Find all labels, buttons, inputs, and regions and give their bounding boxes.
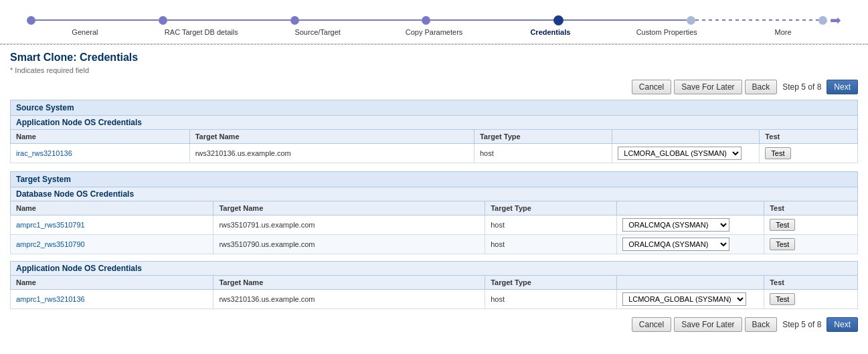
top-cancel-button[interactable]: Cancel <box>632 80 671 94</box>
page-title: Smart Clone: Credentials <box>10 52 858 64</box>
line-5 <box>563 19 687 21</box>
step-credentials <box>553 15 563 25</box>
target-db-credential-dropdown-1[interactable]: ORALCMQA (SYSMAN) <box>622 218 729 232</box>
step-general <box>27 16 35 25</box>
target-app-col-test: Test <box>764 276 858 290</box>
wizard-nodes <box>27 15 827 25</box>
label-custom-props: Custom Properties <box>608 28 725 36</box>
source-col-target-type: Target Type <box>474 130 612 144</box>
main-content: Smart Clone: Credentials * Indicates req… <box>0 45 868 344</box>
target-app-col-name: Name <box>11 276 213 290</box>
line-3 <box>299 19 422 21</box>
bottom-next-button[interactable]: Next <box>827 317 858 332</box>
target-db-cred-header: Database Node OS Credentials <box>10 187 858 201</box>
bottom-back-button[interactable]: Back <box>745 317 778 332</box>
step-circle-credentials <box>553 15 563 25</box>
table-row: amprc1_rws3510791 rws3510791.us.example.… <box>11 215 858 235</box>
source-col-test: Test <box>760 130 858 144</box>
target-db-credential-dropdown-2[interactable]: ORALCMQA (SYSMAN) <box>622 238 729 251</box>
target-app-cred-table: Name Target Name Target Type Test amprc1… <box>10 275 858 309</box>
target-db-row1-target-name: rws3510791.us.example.com <box>213 215 485 235</box>
target-db-row2-target-name: rws3510790.us.example.com <box>213 235 485 254</box>
target-app-col-target-name: Target Name <box>213 276 485 290</box>
target-db-row1-credential: ORALCMQA (SYSMAN) <box>617 215 764 235</box>
table-row: irac_rws3210136 rws3210136.us.example.co… <box>11 144 858 163</box>
target-db-row1-target-type: host <box>485 215 617 235</box>
step-circle-source-target <box>290 16 299 25</box>
label-copy-params: Copy Parameters <box>376 28 493 36</box>
target-app-row1-name: amprc1_rws3210136 <box>11 290 213 309</box>
step-circle-rac <box>159 16 167 25</box>
target-app-credential-dropdown-1[interactable]: LCMORA_GLOBAL (SYSMAN) <box>622 292 746 306</box>
target-app-row1-test: Test <box>764 290 858 309</box>
target-db-cred-table: Name Target Name Target Type Test amprc1… <box>10 201 858 254</box>
target-app-row1-target-name: rws3210136.us.example.com <box>213 290 485 309</box>
label-general: General <box>27 28 143 36</box>
step-rac <box>159 16 167 25</box>
target-db-col-credential <box>617 201 764 215</box>
label-credentials: Credentials <box>492 28 608 36</box>
target-app-col-credential <box>617 276 764 290</box>
wizard-arrow: ➡ <box>830 12 841 28</box>
label-more: More <box>725 28 841 36</box>
table-row: amprc1_rws3210136 rws3210136.us.example.… <box>11 290 858 309</box>
target-db-row2-test: Test <box>764 235 858 254</box>
target-app-row1-credential: LCMORA_GLOBAL (SYSMAN) <box>617 290 764 309</box>
label-rac: RAC Target DB details <box>143 28 260 36</box>
source-app-cred-header: Application Node OS Credentials <box>10 115 858 129</box>
wizard-steps-row: ➡ <box>13 7 855 28</box>
step-more <box>818 16 827 25</box>
bottom-cancel-button[interactable]: Cancel <box>632 317 671 332</box>
top-save-for-later-button[interactable]: Save For Later <box>674 80 742 94</box>
source-cred-table: Name Target Name Target Type Test irac_r… <box>10 129 858 163</box>
step-circle-more <box>818 16 827 25</box>
step-circle-general <box>27 16 35 25</box>
top-back-button[interactable]: Back <box>745 80 778 94</box>
target-system-header: Target System <box>10 171 858 187</box>
source-name-link[interactable]: irac_rws3210136 <box>16 149 72 157</box>
target-db-name-link-1[interactable]: amprc1_rws3510791 <box>16 221 85 229</box>
target-db-test-button-2[interactable]: Test <box>770 238 795 250</box>
source-row-name: irac_rws3210136 <box>11 144 190 163</box>
source-row-target-type: host <box>474 144 612 163</box>
target-app-test-button-1[interactable]: Test <box>770 293 795 305</box>
source-row-target-name: rws3210136.us.example.com <box>189 144 474 163</box>
source-col-credential <box>612 130 760 144</box>
target-db-row2-name: amprc2_rws3510790 <box>11 235 213 254</box>
target-db-header-row: Name Target Name Target Type Test <box>11 201 858 215</box>
target-app-cred-header: Application Node OS Credentials <box>10 261 858 275</box>
target-app-name-link-1[interactable]: amprc1_rws3210136 <box>16 295 85 303</box>
step-custom-props <box>687 16 695 25</box>
top-next-button[interactable]: Next <box>827 80 858 94</box>
source-system-section: Source System Application Node OS Creden… <box>10 100 858 163</box>
target-db-col-target-name: Target Name <box>213 201 485 215</box>
required-note: * Indicates required field <box>10 66 858 74</box>
target-db-row1-test: Test <box>764 215 858 235</box>
bottom-action-bar: Cancel Save For Later Back Step 5 of 8 N… <box>10 317 858 332</box>
target-app-col-target-type: Target Type <box>485 276 617 290</box>
step-copy-params <box>422 16 430 25</box>
source-credential-dropdown[interactable]: LCMORA_GLOBAL (SYSMAN) <box>618 147 742 160</box>
wizard-bar: ➡ General RAC Target DB details Source/T… <box>0 0 868 44</box>
source-col-target-name: Target Name <box>189 130 474 144</box>
target-app-header-row: Name Target Name Target Type Test <box>11 276 858 290</box>
top-action-bar: Cancel Save For Later Back Step 5 of 8 N… <box>10 80 858 94</box>
source-test-button[interactable]: Test <box>765 147 790 159</box>
bottom-step-info: Step 5 of 8 <box>782 320 821 329</box>
line-2 <box>167 19 290 21</box>
step-circle-copy-params <box>422 16 430 25</box>
step-circle-custom-props <box>687 16 695 25</box>
target-db-row1-name: amprc1_rws3510791 <box>11 215 213 235</box>
target-db-test-button-1[interactable]: Test <box>770 219 795 231</box>
step-source-target <box>290 16 299 25</box>
table-row: amprc2_rws3510790 rws3510790.us.example.… <box>11 235 858 254</box>
target-db-col-test: Test <box>764 201 858 215</box>
target-db-row2-credential: ORALCMQA (SYSMAN) <box>617 235 764 254</box>
line-4 <box>430 19 553 21</box>
bottom-save-for-later-button[interactable]: Save For Later <box>674 317 742 332</box>
source-system-header: Source System <box>10 100 858 115</box>
source-row-credential: LCMORA_GLOBAL (SYSMAN) <box>612 144 760 163</box>
line-1 <box>35 19 159 21</box>
target-db-name-link-2[interactable]: amprc2_rws3510790 <box>16 240 85 248</box>
source-col-name: Name <box>11 130 190 144</box>
